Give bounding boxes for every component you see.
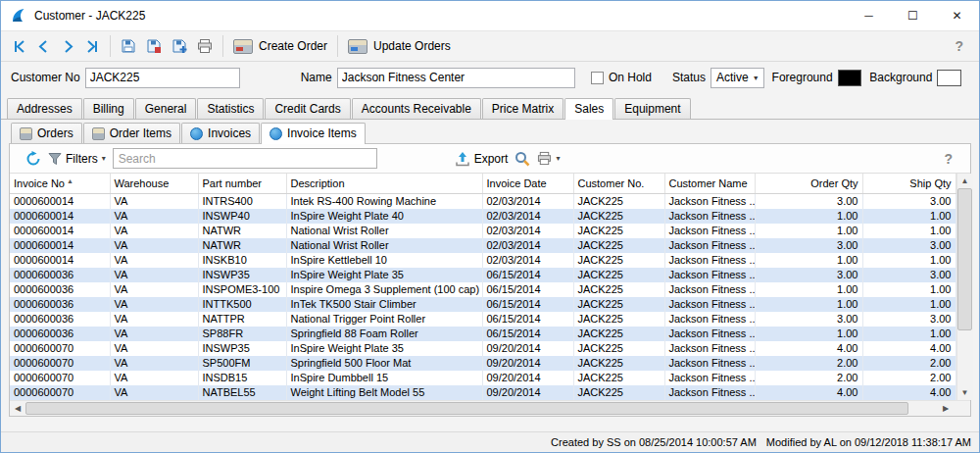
table-row[interactable]: 0000600014VANATWRNational Wrist Roller02…	[10, 238, 956, 253]
nav-last-button[interactable]	[80, 33, 105, 59]
subtab-invoices[interactable]: Invoices	[181, 123, 260, 143]
subtab-order-items[interactable]: Order Items	[83, 123, 180, 143]
cell: 3.00	[755, 193, 862, 209]
column-header-ship-qty[interactable]: Ship Qty	[862, 174, 956, 193]
column-header-invoice-no[interactable]: Invoice No▲	[10, 174, 110, 193]
column-header-customer-no[interactable]: Customer No.	[573, 174, 664, 193]
cell: VA	[110, 193, 198, 209]
tab-equipment[interactable]: Equipment	[614, 98, 690, 119]
tab-sales[interactable]: Sales	[564, 98, 613, 120]
table-row[interactable]: 0000600036VAINSPOME3-100Inspire Omega 3 …	[10, 282, 956, 297]
table-row[interactable]: 0000600014VAINSKB10InSpire Kettlebell 10…	[10, 253, 956, 268]
search-input[interactable]	[113, 148, 377, 169]
nav-first-button[interactable]	[7, 33, 31, 59]
scroll-left-button[interactable]: ◀	[10, 401, 25, 416]
filters-button[interactable]: Filters ▾	[48, 152, 106, 166]
customer-form: Customer No Name On Hold Status Active ▼…	[1, 62, 979, 93]
column-header-description[interactable]: Description	[286, 174, 482, 193]
save-button[interactable]	[116, 33, 141, 59]
column-header-label: Customer No.	[578, 177, 645, 189]
main-toolbar: Create Order Update Orders ?	[1, 30, 979, 62]
tab-credit-cards[interactable]: Credit Cards	[265, 98, 350, 119]
cell: 02/03/2014	[482, 209, 573, 224]
minimize-button[interactable]: ─	[847, 1, 891, 30]
column-header-invoice-date[interactable]: Invoice Date	[482, 174, 573, 193]
cell: 06/15/2014	[482, 297, 573, 312]
cell: VA	[110, 268, 198, 282]
cell: JACK225	[573, 224, 664, 238]
column-search-button[interactable]	[514, 151, 530, 167]
vertical-scroll-thumb[interactable]	[957, 188, 972, 330]
scroll-right-button[interactable]: ▶	[938, 401, 954, 416]
nav-previous-button[interactable]	[31, 33, 56, 59]
table-row[interactable]: 0000600070VANATBEL55Weight Lifting Belt …	[10, 385, 956, 400]
cell: 4.00	[755, 385, 862, 400]
foreground-swatch[interactable]	[838, 70, 862, 86]
nav-next-button[interactable]	[56, 33, 80, 59]
scroll-down-button[interactable]: ▼	[956, 385, 973, 400]
subtab-invoice-items[interactable]: Invoice Items	[261, 123, 366, 144]
help-icon[interactable]: ?	[945, 38, 973, 54]
table-row[interactable]: 0000600070VASP500FMSpringfield 500 Floor…	[10, 356, 956, 371]
cell: JACK225	[573, 385, 664, 400]
table-row[interactable]: 0000600014VANATWRNational Wrist Roller02…	[10, 224, 956, 238]
customer-no-label: Customer No	[11, 71, 80, 84]
tab-addresses[interactable]: Addresses	[7, 98, 82, 119]
scroll-up-button[interactable]: ▲	[956, 174, 973, 188]
cell: Jackson Fitness ...	[664, 268, 755, 282]
cell: VA	[110, 312, 198, 327]
horizontal-scroll-track[interactable]	[25, 401, 938, 416]
table-row[interactable]: 0000600036VAINTTK500InTek TK500 Stair Cl…	[10, 297, 956, 312]
column-header-part-number[interactable]: Part number	[198, 174, 286, 193]
cell: 0000600070	[10, 371, 110, 385]
print-button[interactable]	[192, 33, 218, 59]
grid-help-icon[interactable]: ?	[934, 151, 962, 167]
vertical-scrollbar[interactable]: ▲ ▼	[956, 174, 973, 400]
table-row[interactable]: 0000600036VASP88FRSpringfield 88 Foam Ro…	[10, 327, 956, 341]
background-swatch[interactable]	[937, 70, 961, 86]
save-new-button[interactable]	[167, 33, 192, 59]
tab-general[interactable]: General	[135, 98, 197, 119]
tab-statistics[interactable]: Statistics	[197, 98, 264, 119]
horizontal-scrollbar[interactable]: ◀ ▶	[10, 401, 954, 416]
grid-print-button[interactable]: ▾	[537, 151, 560, 166]
subtab-orders[interactable]: Orders	[11, 123, 82, 143]
cell: JACK225	[573, 327, 664, 341]
column-header-warehouse[interactable]: Warehouse	[110, 174, 198, 193]
table-row[interactable]: 0000600014VAINSWP40InSpire Weight Plate …	[10, 209, 956, 224]
modified-by-text: Modified by AL on 09/12/2018 11:38:17 AM	[766, 436, 971, 448]
vertical-scroll-track[interactable]	[956, 188, 973, 385]
create-order-button[interactable]: Create Order	[228, 33, 332, 59]
cell: 1.00	[862, 297, 956, 312]
table-row[interactable]: 0000600036VAINSWP35InSpire Weight Plate …	[10, 268, 956, 282]
update-orders-button[interactable]: Update Orders	[343, 33, 456, 59]
maximize-button[interactable]: ☐	[891, 1, 935, 30]
tab-accounts-receivable[interactable]: Accounts Receivable	[352, 98, 481, 119]
table-row[interactable]: 0000600070VAINSDB15InSpire Dumbbell 1509…	[10, 371, 956, 385]
name-field[interactable]	[337, 68, 575, 88]
table-row[interactable]: 0000600014VAINTRS400Intek RS-400 Rowing …	[10, 193, 956, 209]
grid-area: Invoice No▲WarehousePart numberDescripti…	[10, 174, 970, 400]
save-close-button[interactable]	[141, 33, 167, 59]
column-header-order-qty[interactable]: Order Qty	[755, 174, 862, 193]
cell: 0000600036	[10, 312, 110, 327]
grid-print-icon	[537, 151, 552, 166]
status-dropdown[interactable]: Active ▼	[710, 68, 764, 88]
cell: JACK225	[573, 193, 664, 209]
tab-price-matrix[interactable]: Price Matrix	[482, 98, 564, 119]
customer-no-field[interactable]	[85, 68, 240, 88]
on-hold-checkbox[interactable]	[591, 72, 604, 84]
cell: 1.00	[755, 209, 862, 224]
close-button[interactable]: ✕	[935, 1, 979, 30]
horizontal-scroll-thumb[interactable]	[25, 402, 908, 415]
table-row[interactable]: 0000600036VANATTPRNational Trigger Point…	[10, 312, 956, 327]
export-button[interactable]: Export	[455, 151, 509, 167]
cell: 1.00	[755, 253, 862, 268]
table-row[interactable]: 0000600070VAINSWP35InSpire Weight Plate …	[10, 341, 956, 356]
refresh-button[interactable]	[25, 151, 41, 167]
column-header-customer-name[interactable]: Customer Name	[664, 174, 755, 193]
tab-billing[interactable]: Billing	[83, 98, 134, 119]
cell: InTek TK500 Stair Climber	[286, 297, 482, 312]
cell: VA	[110, 371, 198, 385]
cell: JACK225	[573, 297, 664, 312]
